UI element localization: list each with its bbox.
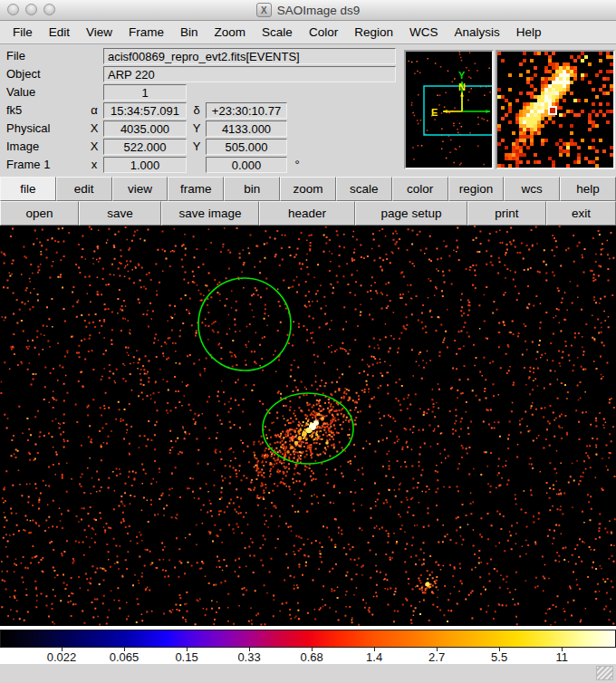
menu-file[interactable]: File (5, 25, 41, 39)
info-value1-physical[interactable]: 4035.000 (103, 120, 187, 137)
button-frame[interactable]: frame (168, 177, 224, 201)
image-display-area[interactable] (0, 226, 616, 626)
button-help[interactable]: help (560, 177, 616, 201)
info-value1-fk5[interactable]: 15:34:57.091 (103, 102, 187, 119)
panner-east-label: E (431, 107, 438, 118)
info-value2-physical[interactable]: 4133.000 (206, 120, 287, 137)
info-value1-value[interactable]: 1 (103, 84, 187, 101)
colorbar-zone: 0.0220.0650.150.330.681.42.75.511 (0, 626, 616, 664)
magnifier-view[interactable] (497, 52, 613, 168)
info-label-image: Image (6, 139, 39, 153)
colorbar-tick-label: 11 (555, 650, 568, 664)
button-file[interactable]: file (0, 177, 56, 201)
info-value1-frame-1[interactable]: 1.000 (103, 157, 187, 173)
title-bar[interactable]: X SAOImage ds9 (0, 0, 616, 21)
ds9-window: X SAOImage ds9 FileEditViewFrameBinZoomS… (0, 0, 616, 683)
info-sub1-image: X (87, 139, 101, 153)
colorbar-tick-label: 0.68 (300, 650, 322, 664)
menu-bin[interactable]: Bin (172, 25, 207, 39)
title-group: X SAOImage ds9 (0, 0, 616, 20)
menu-view[interactable]: View (78, 25, 120, 39)
button-scale[interactable]: scale (336, 177, 392, 201)
panner-view[interactable]: YNE (406, 52, 492, 168)
info-value1-image[interactable]: 522.000 (103, 139, 187, 155)
info-label-value: Value (6, 85, 35, 99)
button-color[interactable]: color (392, 177, 448, 201)
info-sub1-physical: X (87, 121, 101, 135)
x11-icon: X (256, 3, 272, 17)
resize-grip-icon[interactable] (596, 666, 613, 680)
info-suffix-degree: ° (290, 158, 304, 171)
menu-analysis[interactable]: Analysis (446, 25, 507, 39)
button-save[interactable]: save (79, 201, 161, 226)
window-title: SAOImage ds9 (277, 4, 361, 17)
info-value2-frame-1[interactable]: 0.000 (206, 157, 287, 173)
info-sub2-physical: Y (189, 121, 204, 135)
info-label-file: File (6, 49, 25, 63)
colorbar-tick-label: 0.065 (110, 650, 140, 664)
button-print[interactable]: print (467, 201, 546, 226)
info-label-fk5: fk5 (6, 103, 22, 117)
button-region[interactable]: region (448, 177, 505, 201)
colorbar-tick-label: 0.33 (237, 650, 260, 664)
colorbar-tick-label: 0.022 (47, 650, 77, 664)
button-exit[interactable]: exit (546, 201, 616, 226)
info-sub2-fk5: δ (189, 103, 204, 117)
colorbar-tick-label: 2.7 (428, 650, 445, 664)
colorbar[interactable] (0, 630, 616, 648)
button-view[interactable]: view (112, 177, 168, 201)
info-sub1-fk5: α (87, 103, 101, 117)
info-label-object: Object (6, 67, 41, 81)
button-open[interactable]: open (0, 201, 79, 226)
menu-zoom[interactable]: Zoom (207, 25, 255, 39)
fits-image[interactable] (0, 226, 616, 626)
panner-panel[interactable]: YNE (404, 50, 494, 169)
button-save-image[interactable]: save image (161, 201, 259, 226)
info-value1-file[interactable]: acisf00869_repro_evt2.fits[EVENTS] (103, 48, 396, 64)
button-edit[interactable]: edit (56, 177, 112, 201)
button-wcs[interactable]: wcs (504, 177, 560, 201)
info-sub1-frame-1: x (87, 158, 101, 171)
info-value2-fk5[interactable]: +23:30:10.77 (206, 102, 287, 119)
info-value2-image[interactable]: 505.000 (206, 139, 287, 155)
menu-edit[interactable]: Edit (41, 25, 78, 39)
info-value1-object[interactable]: ARP 220 (103, 66, 396, 82)
colorbar-tick-label: 0.15 (175, 650, 197, 664)
colorbar-tick-label: 1.4 (366, 650, 382, 664)
menu-color[interactable]: Color (301, 25, 346, 39)
info-sub2-image: Y (189, 139, 204, 153)
menu-scale[interactable]: Scale (254, 25, 301, 39)
button-header[interactable]: header (259, 201, 355, 226)
colorbar-tick-label: 5.5 (491, 650, 507, 664)
panner-y-axis-label: Y (458, 70, 466, 81)
menu-frame[interactable]: Frame (120, 25, 172, 39)
menu-bar: FileEditViewFrameBinZoomScaleColorRegion… (0, 21, 616, 44)
menu-help[interactable]: Help (508, 25, 550, 39)
toolbar-row-categories: fileeditviewframebinzoomscalecolorregion… (0, 177, 616, 201)
magnifier-panel[interactable] (496, 50, 615, 169)
menu-region[interactable]: Region (346, 25, 401, 39)
info-label-physical: Physical (6, 121, 50, 135)
magnifier-cursor (549, 107, 556, 114)
button-zoom[interactable]: zoom (280, 177, 336, 201)
panner-north-label: N (458, 82, 466, 92)
toolbar-row-file-actions: opensavesave imageheaderpage setupprinte… (0, 201, 616, 226)
info-label-frame-1: Frame 1 (6, 158, 50, 171)
button-bin[interactable]: bin (224, 177, 280, 201)
menu-wcs[interactable]: WCS (401, 25, 447, 39)
button-page-setup[interactable]: page setup (355, 201, 467, 226)
